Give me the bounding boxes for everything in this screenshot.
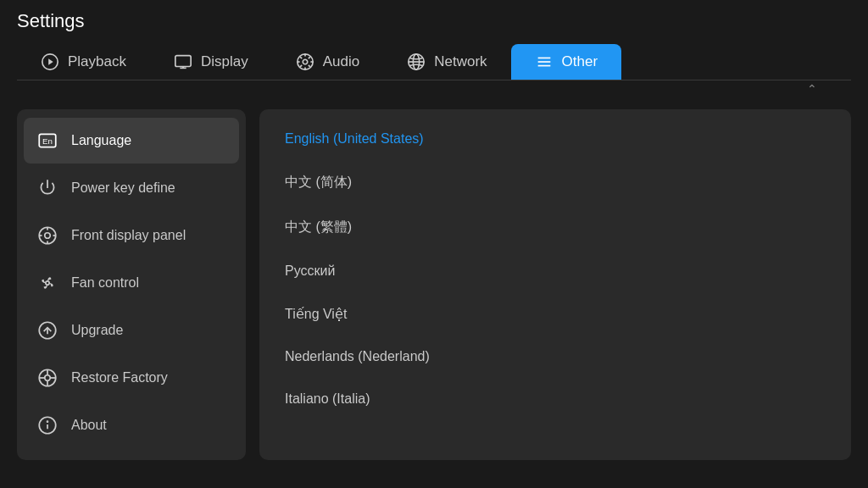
tab-playback-label: Playback [68, 53, 126, 70]
svg-line-11 [300, 57, 302, 58]
menu-item-fan-control[interactable]: Fan control [24, 260, 239, 306]
tab-other-label: Other [562, 53, 598, 70]
tab-audio[interactable]: Audio [272, 44, 383, 80]
tab-network[interactable]: Network [383, 44, 510, 80]
upgrade-icon [36, 319, 59, 342]
left-menu: En Language Power key define [17, 109, 246, 460]
power-icon [36, 176, 59, 200]
about-icon [36, 413, 59, 437]
restore-icon [36, 366, 59, 390]
menu-item-power-key-label: Power key define [71, 180, 175, 196]
svg-point-33 [45, 375, 51, 381]
svg-point-29 [46, 281, 49, 285]
menu-item-front-display[interactable]: Front display panel [24, 213, 239, 258]
svg-point-6 [303, 59, 308, 64]
fan-icon [36, 271, 59, 295]
svg-rect-2 [175, 56, 191, 67]
chevron-row: ⌃ [0, 82, 868, 96]
svg-line-12 [309, 65, 310, 67]
svg-text:En: En [42, 136, 53, 146]
tab-other[interactable]: Other [511, 44, 622, 80]
lang-item-it[interactable]: Italiano (Italia) [259, 378, 851, 420]
menu-item-about-label: About [71, 418, 107, 433]
tab-display-label: Display [201, 53, 248, 70]
menu-item-upgrade-label: Upgrade [71, 323, 123, 338]
tabs-bar: Playback Display [17, 44, 851, 80]
header: Settings Playback Display [0, 0, 868, 80]
main-content: En Language Power key define [0, 96, 868, 474]
tab-network-label: Network [434, 53, 487, 70]
tab-audio-label: Audio [323, 53, 359, 70]
lang-item-zh-cn[interactable]: 中文 (简体) [259, 160, 851, 205]
svg-line-13 [309, 57, 310, 58]
lang-item-vi[interactable]: Tiếng Việt [259, 292, 851, 336]
network-icon [407, 53, 426, 71]
tab-display[interactable]: Display [150, 44, 272, 80]
chevron-icon: ⌃ [807, 82, 817, 96]
menu-item-upgrade[interactable]: Upgrade [24, 308, 239, 353]
menu-item-language[interactable]: En Language [24, 118, 239, 164]
menu-item-about[interactable]: About [24, 402, 239, 448]
language-icon: En [36, 129, 59, 152]
language-list: English (United States) 中文 (简体) 中文 (繁體) … [259, 109, 851, 460]
lang-item-en-us[interactable]: English (United States) [259, 118, 851, 160]
menu-item-fan-control-label: Fan control [71, 275, 139, 291]
display-icon [174, 53, 192, 71]
tab-playback[interactable]: Playback [17, 44, 150, 80]
audio-icon [296, 53, 314, 71]
svg-marker-1 [48, 58, 53, 64]
playback-icon [41, 53, 59, 71]
lang-item-ru[interactable]: Русский [259, 250, 851, 292]
svg-line-14 [300, 65, 302, 67]
menu-item-front-display-label: Front display panel [71, 228, 186, 243]
menu-item-language-label: Language [71, 133, 131, 148]
other-icon [535, 53, 554, 71]
menu-item-power-key[interactable]: Power key define [24, 165, 239, 211]
menu-item-restore-factory[interactable]: Restore Factory [24, 355, 239, 401]
svg-point-24 [45, 233, 51, 239]
svg-point-40 [47, 421, 47, 422]
front-display-icon [36, 224, 59, 247]
lang-item-zh-tw[interactable]: 中文 (繁體) [259, 205, 851, 250]
lang-item-nl[interactable]: Nederlands (Nederland) [259, 336, 851, 378]
menu-item-restore-factory-label: Restore Factory [71, 370, 168, 385]
page-title: Settings [17, 10, 851, 32]
